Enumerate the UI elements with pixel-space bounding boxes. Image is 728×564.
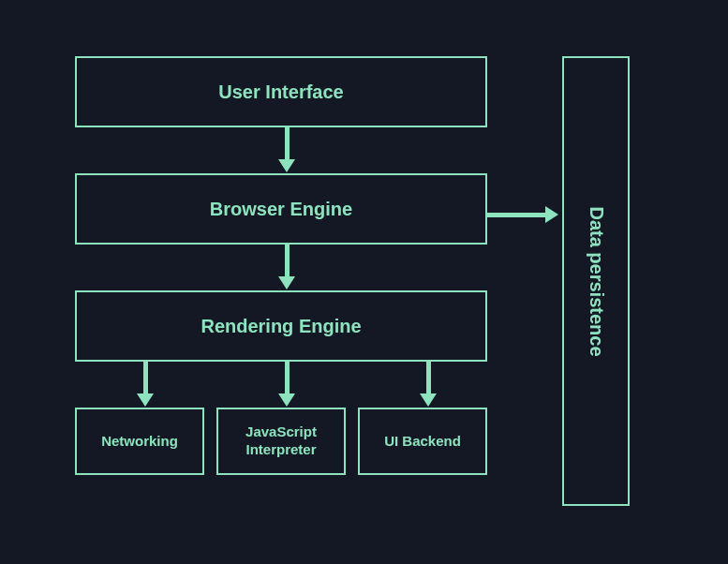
box-label: User Interface — [218, 81, 343, 104]
arrow-right-icon — [487, 206, 558, 223]
box-networking: Networking — [75, 408, 204, 475]
box-label: Browser Engine — [210, 198, 352, 221]
box-user-interface: User Interface — [75, 56, 487, 127]
box-label: JavaScriptInterpreter — [245, 423, 317, 459]
arrow-down-icon — [278, 245, 295, 289]
arrow-down-icon — [420, 362, 437, 407]
box-rendering-engine: Rendering Engine — [75, 290, 487, 362]
browser-architecture-diagram: User Interface Browser Engine Rendering … — [0, 0, 728, 564]
box-label: Rendering Engine — [201, 315, 361, 338]
box-label: Networking — [101, 433, 178, 451]
box-data-persistence: Data persistence — [562, 56, 630, 506]
arrow-down-icon — [137, 362, 154, 407]
arrow-down-icon — [278, 362, 295, 407]
box-label: UI Backend — [384, 433, 461, 451]
arrow-down-icon — [278, 127, 295, 172]
box-browser-engine: Browser Engine — [75, 173, 487, 245]
box-js-interpreter: JavaScriptInterpreter — [216, 408, 346, 475]
box-ui-backend: UI Backend — [358, 408, 487, 475]
box-label: Data persistence — [585, 206, 608, 356]
